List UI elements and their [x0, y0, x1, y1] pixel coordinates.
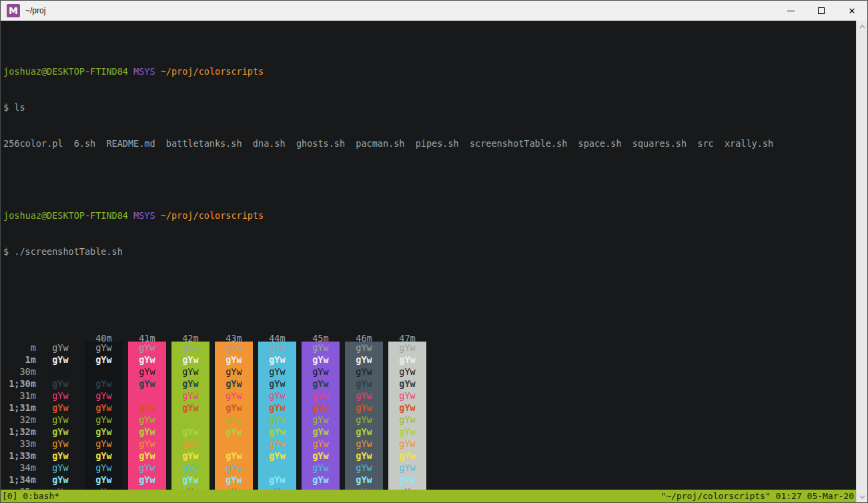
table-cell-41m: gYw: [123, 474, 166, 486]
table-cell-46m: gYw: [340, 354, 383, 366]
table-cell-block: gYw: [215, 378, 253, 390]
command-screenshot-table: $ ./screenshotTable.sh: [3, 245, 856, 258]
table-cell-41m: gYw: [123, 366, 166, 378]
table-cell-block: gYw: [388, 474, 426, 486]
table-cell-41m: gYw: [123, 378, 166, 390]
table-cell-block: gYw: [388, 378, 426, 390]
table-cell-block: gYw: [215, 390, 253, 402]
table-cell-block: gYw: [215, 474, 253, 486]
table-cell-block: gYw: [388, 390, 426, 402]
terminal-screen[interactable]: joshuaz@DESKTOP-FTIND84 MSYS ~/proj/colo…: [1, 21, 856, 490]
table-cell-block: gYw: [258, 462, 296, 474]
table-cell-block: gYw: [41, 450, 79, 462]
table-row: 1mgYwgYwgYwgYwgYwgYwgYwgYwgYw: [3, 354, 856, 366]
table-row: 1;33mgYwgYwgYwgYwgYwgYwgYwgYwgYw: [3, 450, 856, 462]
table-cell-41m: gYw: [123, 462, 166, 474]
mintty-icon: M: [7, 4, 20, 17]
table-cell-46m: gYw: [340, 378, 383, 390]
table-header-row: 40m41m42m43m44m45m46m47m: [3, 330, 856, 342]
table-cell-block: gYw: [85, 378, 123, 390]
table-cell-40m: gYw: [79, 438, 123, 450]
table-row-label: m: [3, 342, 36, 354]
table-cell-default-bg: gYw: [36, 366, 79, 378]
table-cell-block: gYw: [85, 390, 123, 402]
table-cell-43m: gYw: [209, 450, 253, 462]
chevron-up-icon: [859, 25, 865, 29]
window-title: ~/proj: [25, 6, 45, 15]
table-cell-44m: gYw: [253, 378, 296, 390]
table-cell-default-bg: gYw: [36, 378, 79, 390]
table-cell-block: gYw: [171, 450, 209, 462]
prompt-user: joshuaz@DESKTOP-FTIND84: [3, 210, 128, 221]
table-cell-block: gYw: [128, 414, 166, 426]
table-cell-47m: gYw: [383, 354, 426, 366]
table-cell-block: gYw: [85, 462, 123, 474]
table-row: mgYwgYwgYwgYwgYwgYwgYwgYwgYw: [3, 342, 856, 354]
table-cell-42m: gYw: [166, 462, 209, 474]
minimize-button[interactable]: [775, 1, 806, 21]
chevron-down-icon: [859, 495, 865, 499]
table-cell-block: gYw: [128, 426, 166, 438]
table-cell-block: gYw: [41, 366, 79, 378]
scroll-up-arrow[interactable]: [857, 21, 867, 32]
table-cell-46m: gYw: [340, 390, 383, 402]
table-cell-40m: gYw: [79, 402, 123, 414]
table-row: 1;30mgYwgYwgYwgYwgYwgYwgYwgYwgYw: [3, 378, 856, 390]
table-cell-46m: gYw: [340, 450, 383, 462]
table-cell-44m: gYw: [253, 474, 296, 486]
table-row: 32mgYwgYwgYwgYwgYwgYwgYwgYwgYw: [3, 414, 856, 426]
table-row-label: 30m: [3, 366, 36, 378]
table-cell-44m: gYw: [253, 402, 296, 414]
table-row: 1;34mgYwgYwgYwgYwgYwgYwgYwgYwgYw: [3, 474, 856, 486]
table-cell-46m: gYw: [340, 438, 383, 450]
table-cell-block: gYw: [41, 402, 79, 414]
table-cell-block: gYw: [302, 450, 340, 462]
table-cell-block: gYw: [171, 378, 209, 390]
table-cell-44m: gYw: [253, 438, 296, 450]
table-row: 34mgYwgYwgYwgYwgYwgYwgYwgYwgYw: [3, 462, 856, 474]
table-cell-block: gYw: [345, 342, 383, 354]
table-cell-41m: gYw: [123, 426, 166, 438]
table-cell-43m: gYw: [209, 390, 253, 402]
table-cell-44m: gYw: [253, 450, 296, 462]
table-cell-42m: gYw: [166, 438, 209, 450]
scrollbar-track[interactable]: [857, 32, 867, 491]
table-row-label: 33m: [3, 438, 36, 450]
table-cell-46m: gYw: [340, 462, 383, 474]
table-cell-block: gYw: [388, 366, 426, 378]
table-cell-block: gYw: [258, 438, 296, 450]
table-cell-block: [41, 330, 79, 342]
prompt-env: MSYS: [133, 210, 155, 221]
table-cell-block: gYw: [171, 426, 209, 438]
blank-line: [3, 173, 856, 185]
table-cell-block: gYw: [345, 474, 383, 486]
table-cell-block: gYw: [388, 438, 426, 450]
table-cell-47m: gYw: [383, 438, 426, 450]
table-cell-block: gYw: [388, 414, 426, 426]
table-cell-44m: gYw: [253, 342, 296, 354]
table-cell-block: gYw: [258, 342, 296, 354]
table-cell-block: gYw: [128, 402, 166, 414]
tmux-path-clock-date: "~/proj/colorscripts" 01:27 05-Mar-20: [661, 490, 854, 502]
table-cell-40m: gYw: [79, 474, 123, 486]
table-cell-45m: gYw: [296, 474, 340, 486]
table-cell-47m: gYw: [383, 402, 426, 414]
table-cell-block: gYw: [215, 342, 253, 354]
table-row-label: 1;32m: [3, 426, 36, 438]
prompt-line-2: joshuaz@DESKTOP-FTIND84 MSYS ~/proj/colo…: [3, 209, 856, 221]
maximize-button[interactable]: [806, 1, 837, 21]
table-cell-block: gYw: [345, 366, 383, 378]
table-cell-block: gYw: [258, 426, 296, 438]
table-cell-block: gYw: [388, 342, 426, 354]
table-cell-block: gYw: [258, 450, 296, 462]
table-cell-45m: gYw: [296, 390, 340, 402]
table-cell-block: gYw: [171, 414, 209, 426]
table-cell-43m: gYw: [209, 462, 253, 474]
table-cell-default-bg: gYw: [36, 450, 79, 462]
table-cell-block: gYw: [85, 426, 123, 438]
tmux-status-bar: [0] 0:bash* "~/proj/colorscripts" 01:27 …: [1, 490, 856, 502]
close-button[interactable]: ✕: [837, 1, 867, 21]
scrollbar[interactable]: [856, 21, 867, 502]
scroll-down-arrow[interactable]: [857, 491, 867, 502]
table-cell-47m: gYw: [383, 366, 426, 378]
